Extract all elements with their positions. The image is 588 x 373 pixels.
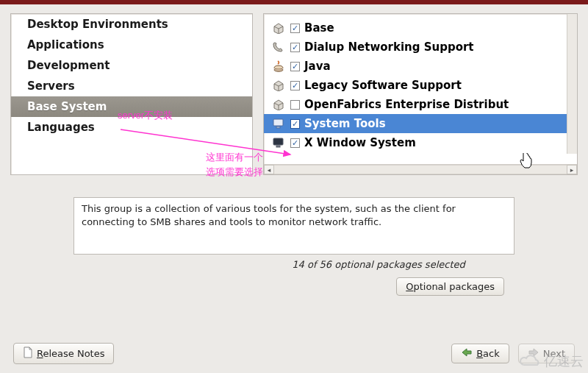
category-servers[interactable]: Servers <box>11 76 252 96</box>
svg-rect-13 <box>273 119 283 126</box>
package-legacy-software[interactable]: ✓ Legacy Software Support <box>264 76 577 95</box>
package-list: ✓ Base ✓ Dialup Networking Support <box>264 14 577 154</box>
vertical-scrollbar[interactable] <box>567 14 577 154</box>
scroll-track[interactable] <box>274 165 567 174</box>
monitor-icon <box>271 116 286 131</box>
svg-rect-14 <box>276 127 280 128</box>
cloud-icon <box>517 353 541 369</box>
package-openfabrics[interactable]: OpenFabrics Enterprise Distribut <box>264 95 577 114</box>
release-notes-button[interactable]: Release Notes <box>13 343 114 364</box>
package-label: Dialup Networking Support <box>304 40 474 54</box>
watermark-text: 亿速云 <box>544 352 584 370</box>
checkbox-icon[interactable]: ✓ <box>290 119 300 129</box>
category-development[interactable]: Development <box>11 55 252 76</box>
button-label: Release Notes <box>37 348 104 359</box>
phone-icon <box>271 40 286 54</box>
document-icon <box>23 347 33 360</box>
checkbox-icon[interactable] <box>290 100 300 110</box>
horizontal-scrollbar[interactable]: ◂ ▸ <box>264 164 577 174</box>
checkbox-icon[interactable]: ✓ <box>290 62 300 71</box>
package-label: Legacy Software Support <box>304 79 462 92</box>
scroll-right-button[interactable]: ▸ <box>567 165 577 174</box>
package-java[interactable]: ✓ Java <box>264 57 577 76</box>
box-icon <box>271 78 286 93</box>
main-area: Desktop Environments Applications Develo… <box>0 4 588 296</box>
checkbox-icon[interactable]: ✓ <box>290 24 300 33</box>
optional-packages-status: 14 of 56 optional packages selected <box>10 259 578 270</box>
scroll-left-button[interactable]: ◂ <box>264 165 274 174</box>
checkbox-icon[interactable]: ✓ <box>290 138 300 148</box>
description-box: This group is a collection of various to… <box>74 197 514 255</box>
category-desktop-environments[interactable]: Desktop Environments <box>11 14 252 35</box>
category-list: Desktop Environments Applications Develo… <box>10 13 253 175</box>
arrow-left-icon <box>461 347 473 360</box>
box-icon <box>271 97 286 112</box>
checkbox-icon[interactable]: ✓ <box>290 81 300 90</box>
button-label: Optional packages <box>406 281 495 292</box>
category-applications[interactable]: Applications <box>11 35 252 55</box>
package-label: Base <box>304 21 334 35</box>
optional-packages-button[interactable]: Optional packages <box>396 277 504 296</box>
package-label: System Tools <box>304 117 386 130</box>
package-panel: ✓ Base ✓ Dialup Networking Support <box>263 13 578 175</box>
monitor-icon <box>271 135 286 150</box>
category-languages[interactable]: Languages <box>11 117 252 138</box>
package-label: OpenFabrics Enterprise Distribut <box>304 98 509 111</box>
svg-rect-15 <box>273 138 283 145</box>
package-label: Java <box>304 60 331 73</box>
checkbox-icon[interactable]: ✓ <box>290 43 300 52</box>
box-icon <box>271 21 286 35</box>
package-system-tools[interactable]: ✓ System Tools <box>264 114 577 133</box>
package-x-window-system[interactable]: ✓ X Window System <box>264 133 577 152</box>
bottom-bar: Release Notes Back Next <box>13 343 575 364</box>
package-base[interactable]: ✓ Base <box>264 18 577 38</box>
package-label: X Window System <box>304 136 416 149</box>
package-dialup-networking[interactable]: ✓ Dialup Networking Support <box>264 38 577 57</box>
svg-rect-16 <box>276 146 280 147</box>
button-label: Back <box>476 348 500 359</box>
java-icon <box>271 59 286 74</box>
svg-point-4 <box>274 68 283 71</box>
package-list-viewport: ✓ Base ✓ Dialup Networking Support <box>264 14 577 164</box>
back-button[interactable]: Back <box>451 344 509 363</box>
category-base-system[interactable]: Base System <box>11 96 252 117</box>
watermark: 亿速云 <box>517 352 584 370</box>
